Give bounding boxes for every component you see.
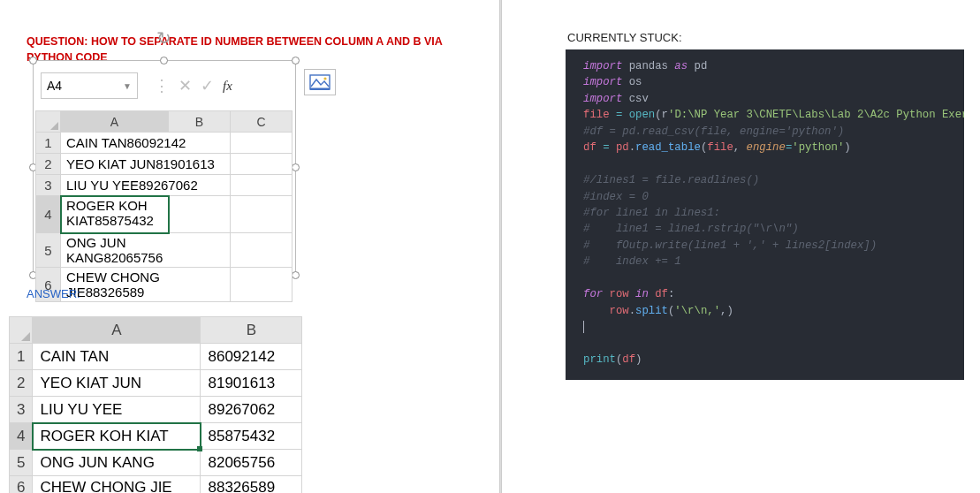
code-token: open: [629, 109, 656, 121]
code-token: .: [629, 141, 635, 154]
code-comment: #for line1 in lines1:: [583, 207, 720, 219]
code-token: 'python': [792, 141, 844, 154]
table-row: 3 LIU YU YEE 89267062: [10, 397, 302, 423]
chevron-down-icon: ▼: [123, 81, 132, 91]
cell[interactable]: [231, 133, 292, 154]
cell[interactable]: LIU YU YEE: [33, 397, 201, 423]
cell-selected[interactable]: ROGER KOH KIAT: [33, 423, 201, 450]
table-row: 2 YEO KIAT JUN81901613: [36, 154, 292, 175]
row-header[interactable]: 4: [36, 196, 61, 233]
row-header[interactable]: 3: [10, 397, 33, 423]
row-header[interactable]: 6: [10, 476, 33, 494]
col-header-A[interactable]: A: [61, 111, 169, 133]
code-token: import: [583, 60, 622, 72]
code-token: pd: [695, 60, 708, 72]
cell[interactable]: 86092142: [201, 344, 302, 370]
col-header-A[interactable]: A: [33, 317, 201, 344]
cell[interactable]: 88326589: [201, 476, 302, 494]
cell[interactable]: CAIN TAN: [33, 344, 201, 370]
name-box[interactable]: A4 ▼: [41, 72, 138, 99]
cell[interactable]: [231, 154, 292, 175]
code-token: 'D:\NP Year 3\CNETF\Labs\Lab 2\A2c Pytho…: [668, 109, 964, 121]
stuck-label: CURRENTLY STUCK:: [566, 31, 980, 44]
fx-controls: ⋮ ✕ ✓ fx: [138, 76, 232, 95]
resize-handle-br[interactable]: [292, 271, 300, 279]
fx-label[interactable]: fx: [223, 79, 232, 94]
resize-handle-mr[interactable]: [292, 163, 300, 171]
spreadsheet-bottom[interactable]: A B 1 CAIN TAN 86092142 2 YEO KIAT JUN 8…: [9, 316, 302, 493]
picture-format-button[interactable]: [304, 69, 336, 95]
code-comment: #index = 0: [583, 191, 649, 203]
cell[interactable]: [231, 175, 292, 196]
name-box-value: A4: [47, 79, 62, 93]
cell[interactable]: [231, 196, 292, 233]
cell[interactable]: ONG JUN KANG82065756: [61, 233, 231, 268]
cell[interactable]: LIU YU YEE89267062: [61, 175, 231, 196]
table-row: 4 ROGER KOH KIAT85875432: [36, 196, 292, 233]
code-editor[interactable]: import pandas as pd import os import csv…: [566, 49, 964, 380]
code-token: ): [635, 353, 642, 366]
cell[interactable]: 82065756: [201, 450, 302, 476]
answer-label: ANSWER:: [27, 287, 80, 300]
select-all-corner[interactable]: [36, 111, 61, 133]
row-header[interactable]: 2: [36, 154, 61, 175]
code-token: in: [635, 288, 649, 300]
code-token: row: [610, 305, 629, 317]
code-token: file: [583, 109, 610, 121]
row-header[interactable]: 5: [36, 233, 61, 268]
code-token: pandas: [629, 60, 668, 72]
cell[interactable]: 81901613: [201, 370, 302, 397]
row-header[interactable]: 4: [10, 423, 33, 450]
row-header[interactable]: 3: [36, 175, 61, 196]
code-token: df: [655, 288, 668, 300]
cell[interactable]: 85875432: [201, 423, 302, 450]
resize-handle-tl[interactable]: [29, 57, 37, 64]
cell[interactable]: [231, 268, 292, 302]
svg-point-1: [323, 77, 326, 80]
fx-cancel-icon[interactable]: ✕: [179, 76, 192, 95]
resize-handle-tm[interactable]: [160, 57, 168, 64]
code-token: engine: [747, 141, 786, 154]
fx-more-icon[interactable]: ⋮: [154, 76, 170, 95]
cell[interactable]: ONG JUN KANG: [33, 450, 201, 476]
resize-handle-tr[interactable]: [292, 57, 300, 64]
table-row: 1 CAIN TAN 86092142: [10, 344, 302, 370]
code-token: print: [583, 353, 616, 366]
text-cursor: [583, 321, 584, 333]
col-header-B[interactable]: B: [169, 111, 231, 133]
right-pane: CURRENTLY STUCK: import pandas as pd imp…: [566, 31, 980, 380]
svg-rect-0: [310, 75, 330, 89]
cell[interactable]: [169, 196, 231, 233]
cell[interactable]: YEO KIAT JUN: [33, 370, 201, 397]
code-token: read_table: [635, 141, 701, 154]
cell[interactable]: 89267062: [201, 397, 302, 423]
cell-selected[interactable]: ROGER KOH KIAT85875432: [61, 196, 169, 233]
code-token: ,): [720, 305, 733, 317]
cell[interactable]: CHEW CHONG JIE88326589: [61, 268, 231, 302]
rotate-handle-icon[interactable]: ↻: [156, 27, 171, 49]
table-row: 5 ONG JUN KANG 82065756: [10, 450, 302, 476]
row-header[interactable]: 1: [10, 344, 33, 370]
code-token: import: [583, 76, 622, 88]
code-comment: #/lines1 = file.readlines(): [583, 174, 759, 186]
excel-top-snippet: A4 ▼ ⋮ ✕ ✓ fx: [35, 69, 293, 110]
table-row: 1 CAIN TAN86092142: [36, 133, 292, 154]
cell[interactable]: YEO KIAT JUN81901613: [61, 154, 231, 175]
row-header[interactable]: 5: [10, 450, 33, 476]
code-token: ,: [733, 141, 740, 154]
cell[interactable]: CHEW CHONG JIE: [33, 476, 201, 494]
code-token: import: [583, 93, 622, 105]
question-line1: QUESTION: HOW TO SEPARATE ID NUMBER BETW…: [27, 35, 443, 48]
select-all-corner[interactable]: [10, 317, 33, 344]
col-header-C[interactable]: C: [231, 111, 292, 133]
spreadsheet-top[interactable]: A B C 1 CAIN TAN86092142 2 YEO KIAT JUN8…: [35, 110, 292, 302]
table-row: 2 YEO KIAT JUN 81901613: [10, 370, 302, 397]
code-token: row: [610, 288, 629, 300]
row-header[interactable]: 2: [10, 370, 33, 397]
row-header[interactable]: 1: [36, 133, 61, 154]
cell[interactable]: [231, 233, 292, 268]
col-header-B[interactable]: B: [201, 317, 302, 344]
code-token: df: [622, 353, 635, 366]
cell[interactable]: CAIN TAN86092142: [61, 133, 231, 154]
fx-enter-icon[interactable]: ✓: [201, 76, 214, 95]
